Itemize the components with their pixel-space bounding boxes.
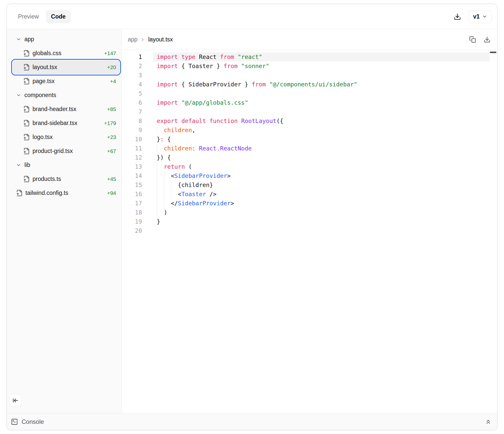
console-label: Console xyxy=(22,418,44,425)
line-content xyxy=(153,107,490,116)
file-label: product-grid.tsx xyxy=(33,148,73,154)
sidebar-item-brand-header-tsx[interactable]: brand-header.tsx+85 xyxy=(12,102,120,116)
line-content: children, xyxy=(153,126,490,135)
line-content: import { SidebarProvider } from "@/compo… xyxy=(153,80,490,89)
line-content: } xyxy=(153,217,490,226)
line-number: 2 xyxy=(122,61,142,71)
chevron-down-icon xyxy=(16,92,21,98)
line-content xyxy=(153,71,490,80)
download-icon xyxy=(484,36,491,43)
indent-guide xyxy=(157,208,157,217)
code-line: 6import "@/app/globals.css" xyxy=(122,98,497,107)
line-content: }) { xyxy=(153,153,490,162)
line-content: {children} xyxy=(153,180,490,190)
scrollbar-thumb[interactable] xyxy=(490,52,496,53)
line-number: 20 xyxy=(122,226,142,235)
sidebar-item-app[interactable]: app xyxy=(12,32,120,46)
console-bar[interactable]: Console xyxy=(7,413,497,430)
sidebar-item-layout-tsx[interactable]: layout.tsx+20 xyxy=(12,60,120,74)
code-line: 9 children, xyxy=(122,126,497,135)
code-line: 10}: { xyxy=(122,135,497,144)
line-content: import { Toaster } from "sonner" xyxy=(153,61,490,71)
code-panel: app layout.tsx xyxy=(122,29,497,413)
copy-code-button[interactable] xyxy=(469,36,476,43)
indent-guide xyxy=(157,171,157,180)
copy-icon xyxy=(469,36,476,43)
file-plus-icon xyxy=(16,190,23,196)
code-line: 12}) { xyxy=(122,153,497,162)
tab-preview[interactable]: Preview xyxy=(13,10,44,23)
sidebar-item-product-grid-tsx[interactable]: product-grid.tsx+67 xyxy=(12,144,120,158)
indent-guide xyxy=(157,199,157,208)
breadcrumb-file: layout.tsx xyxy=(148,36,173,43)
file-plus-icon xyxy=(23,176,30,182)
version-label: v1 xyxy=(473,13,480,20)
file-label: app xyxy=(24,36,34,43)
code-actions xyxy=(469,36,491,43)
code-line: 17 </SidebarProvider> xyxy=(122,199,497,208)
code-line: 13 return ( xyxy=(122,162,497,171)
line-number: 7 xyxy=(122,107,142,116)
download-code-button[interactable] xyxy=(484,36,491,43)
file-label: components xyxy=(24,92,56,99)
download-button[interactable] xyxy=(454,13,461,20)
download-icon xyxy=(454,13,461,20)
file-plus-icon xyxy=(23,64,30,71)
code-line: 3 xyxy=(122,71,497,80)
line-number: 16 xyxy=(122,190,142,199)
sidebar-item-components[interactable]: components xyxy=(12,88,120,102)
terminal-icon xyxy=(11,418,18,425)
sidebar-item-brand-sidebar-tsx[interactable]: brand-sidebar.tsx+179 xyxy=(12,116,120,130)
line-content xyxy=(153,89,490,98)
line-number: 5 xyxy=(122,89,142,98)
file-plus-icon xyxy=(23,134,30,141)
sidebar-item-logo-tsx[interactable]: logo.tsx+23 xyxy=(12,130,120,144)
line-number: 15 xyxy=(122,180,142,190)
code-editor: 1import type React from "react"2import {… xyxy=(122,50,497,413)
line-content: export default function RootLayout({ xyxy=(153,116,490,126)
indent-guide xyxy=(171,190,171,199)
breadcrumb-folder[interactable]: app xyxy=(128,36,137,43)
code-panel-header: app layout.tsx xyxy=(122,29,497,50)
breadcrumb: app layout.tsx xyxy=(128,36,173,43)
diff-added-badge: +23 xyxy=(107,134,116,140)
chevrons-up-icon xyxy=(485,418,492,425)
code-line: 8export default function RootLayout({ xyxy=(122,116,497,126)
file-label: layout.tsx xyxy=(33,64,57,71)
sidebar-item-page-tsx[interactable]: page.tsx+4 xyxy=(12,74,120,88)
code-line: 15 {children} xyxy=(122,180,497,190)
line-number: 13 xyxy=(122,162,142,171)
indent-guide xyxy=(164,199,164,208)
file-plus-icon xyxy=(23,78,30,85)
code-line: 14 <SidebarProvider> xyxy=(122,171,497,180)
version-dropdown[interactable]: v1 xyxy=(469,10,492,23)
line-number: 14 xyxy=(122,171,142,180)
line-content xyxy=(153,226,490,235)
sidebar-item-lib[interactable]: lib xyxy=(12,158,120,172)
file-plus-icon xyxy=(23,106,30,113)
tab-code[interactable]: Code xyxy=(46,10,71,23)
sidebar-item-tailwind-config-ts[interactable]: tailwind.config.ts+94 xyxy=(12,186,120,200)
line-number: 11 xyxy=(122,144,142,153)
sidebar-item-products-ts[interactable]: products.ts+45 xyxy=(12,172,120,186)
file-label: products.ts xyxy=(33,176,61,182)
file-label: brand-sidebar.tsx xyxy=(33,120,77,127)
sidebar-item-globals-css[interactable]: globals.css+147 xyxy=(12,46,120,60)
line-content: children: React.ReactNode xyxy=(153,144,490,153)
code-line: 5 xyxy=(122,89,497,98)
toolbar-actions: v1 xyxy=(454,10,492,23)
collapse-sidebar-button[interactable] xyxy=(9,394,22,407)
code-line: 4import { SidebarProvider } from "@/comp… xyxy=(122,80,497,89)
diff-added-badge: +67 xyxy=(107,148,116,154)
line-content: return ( xyxy=(153,162,490,171)
diff-added-badge: +147 xyxy=(104,50,116,56)
console-toggle: Console xyxy=(11,418,44,425)
file-tree: appglobals.css+147layout.tsx+20page.tsx+… xyxy=(12,32,120,200)
chevron-down-icon xyxy=(16,37,21,42)
line-content: ) xyxy=(153,208,490,217)
indent-guide xyxy=(157,180,157,190)
code-line: 16 <Toaster /> xyxy=(122,190,497,199)
indent-guide xyxy=(157,126,157,135)
indent-guide xyxy=(157,162,157,171)
expand-console-button[interactable] xyxy=(485,418,492,425)
